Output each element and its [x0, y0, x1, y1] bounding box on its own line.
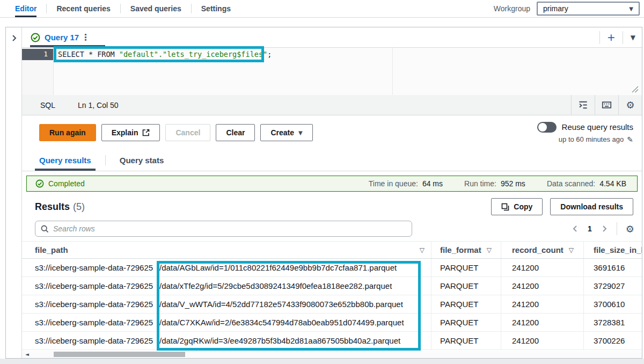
file-path-prefix: s3://iceberg-sample-data-729625 — [35, 300, 159, 309]
query-actions: Run again Explain Cancel Clear Create ▼ … — [22, 115, 642, 150]
active-tab-underline — [30, 45, 105, 47]
file-path-prefix: s3://iceberg-sample-data-729625 — [35, 281, 159, 290]
edit-pencil-icon[interactable]: ✎ — [627, 135, 633, 144]
workgroup-selected-value: primary — [543, 4, 568, 13]
table-row[interactable]: s3://iceberg-sample-data-729625/data/V_w… — [22, 295, 642, 314]
cell-file-size: 3700226 — [583, 332, 642, 350]
current-page-number[interactable]: 1 — [588, 224, 592, 233]
check-circle-icon — [31, 33, 40, 42]
reuse-results-toggle[interactable] — [537, 122, 557, 133]
scroll-left-arrow-icon[interactable]: ◄ — [25, 352, 29, 357]
nav-tab-label: Recent queries — [56, 4, 110, 13]
tab-query-stats[interactable]: Query stats — [115, 150, 169, 171]
file-path-prefix: s3://iceberg-sample-data-729625 — [35, 336, 159, 345]
column-header-file-size[interactable]: file_size_in_b — [583, 242, 642, 258]
check-circle-icon — [35, 179, 44, 188]
clear-button[interactable]: Clear — [216, 124, 255, 141]
column-label: record_count — [512, 245, 564, 254]
search-box — [35, 221, 412, 237]
table-row[interactable]: s3://iceberg-sample-data-729625/data/2gq… — [22, 332, 642, 350]
query-tab-menu-icon[interactable]: ⋮ — [79, 32, 92, 42]
expand-panel-button[interactable] — [10, 34, 18, 358]
metric-run-time: Run time:952 ms — [464, 179, 525, 188]
cell-record-count: 241200 — [501, 314, 583, 331]
cell-file-format: PARQUET — [431, 277, 501, 295]
line-number-gutter: 1 — [22, 48, 54, 95]
code-area[interactable]: SELECT * FROM "default"."lets_try_iceber… — [54, 48, 642, 95]
table-row[interactable]: s3://iceberg-sample-data-729625/data/C7X… — [22, 314, 642, 332]
explain-button[interactable]: Explain — [101, 124, 160, 141]
file-path-data: /data/AGbLaw/id=1/011c80221f62449e9bb9b7… — [159, 263, 421, 272]
table-preferences-gear-icon[interactable]: ⚙ — [626, 223, 634, 235]
scrollbar-thumb[interactable] — [54, 352, 185, 357]
metric-value: 4.54 KB — [599, 179, 626, 188]
filter-icon[interactable]: ▽ — [487, 246, 492, 254]
format-query-button[interactable] — [571, 95, 595, 115]
cell-file-format: PARQUET — [431, 259, 501, 276]
metric-label: Data scanned: — [547, 179, 595, 188]
cursor-position: Ln 1, Col 50 — [78, 101, 119, 110]
cell-record-count: 241200 — [501, 295, 583, 313]
tab-label: Query results — [39, 156, 91, 165]
column-header-file-format[interactable]: file_format▽ — [431, 242, 501, 258]
reuse-window-text: up to 60 minutes ago — [559, 135, 624, 143]
download-results-button[interactable]: Download results — [550, 198, 633, 215]
sql-editor[interactable]: 1 SELECT * FROM "default"."lets_try_iceb… — [22, 48, 642, 95]
top-nav: Editor Recent queries Saved queries Sett… — [0, 0, 644, 18]
run-again-button[interactable]: Run again — [39, 124, 96, 141]
copy-label: Copy — [514, 202, 532, 211]
line-number: 1 — [22, 49, 53, 60]
table-row[interactable]: s3://iceberg-sample-data-729625/data/xTf… — [22, 277, 642, 295]
nav-tab-recent-queries[interactable]: Recent queries — [56, 0, 110, 17]
file-path-data: /data/2gqRKw/id=3/ee49287b5f3b4b2d81aa86… — [159, 336, 421, 345]
nav-tab-label: Editor — [15, 4, 36, 13]
editor-resize-handle[interactable] — [632, 86, 639, 93]
sql-terminator: ; — [267, 50, 272, 59]
cell-record-count: 241200 — [501, 277, 583, 295]
search-icon — [41, 225, 49, 233]
explain-label: Explain — [112, 128, 138, 137]
chevron-right-icon — [601, 225, 608, 232]
query-status-banner: Completed Time in queue:64 ms Run time:9… — [26, 176, 638, 192]
chevron-left-icon — [572, 225, 579, 232]
horizontal-scrollbar[interactable]: ◄ — [22, 351, 642, 358]
athena-query-editor: Editor Recent queries Saved queries Sett… — [0, 0, 644, 364]
tab-query-results[interactable]: Query results — [35, 150, 96, 171]
filter-icon[interactable]: ▽ — [569, 246, 574, 254]
keyboard-shortcuts-button[interactable] — [595, 95, 618, 115]
copy-button[interactable]: Copy — [491, 198, 543, 215]
cell-file-path: s3://iceberg-sample-data-729625/data/xTf… — [22, 277, 431, 295]
next-page-button[interactable] — [601, 225, 608, 232]
divider — [623, 31, 623, 44]
editor-settings-button[interactable]: ⚙ — [618, 95, 642, 115]
cell-file-path: s3://iceberg-sample-data-729625/data/C7X… — [22, 314, 431, 331]
nav-tab-editor[interactable]: Editor — [15, 0, 36, 17]
metric-label: Run time: — [464, 179, 496, 188]
tab-list-dropdown-icon[interactable]: ▼ — [631, 34, 635, 41]
divider — [105, 155, 106, 165]
footer-strip — [0, 359, 644, 364]
workgroup-select[interactable]: primary ▼ — [537, 2, 640, 16]
results-title: Results — [35, 201, 70, 213]
create-button[interactable]: Create ▼ — [260, 124, 312, 141]
nav-tab-settings[interactable]: Settings — [201, 0, 231, 17]
new-query-tab-button[interactable]: + — [608, 31, 615, 44]
query-tab[interactable]: Query 17 — [31, 33, 79, 42]
keyboard-icon — [602, 100, 612, 110]
search-rows-input[interactable] — [53, 224, 406, 233]
column-label: file_format — [440, 245, 481, 254]
cancel-button: Cancel — [165, 124, 210, 141]
nav-tab-saved-queries[interactable]: Saved queries — [130, 0, 181, 17]
metric-time-in-queue: Time in queue:64 ms — [369, 179, 443, 188]
column-header-record-count[interactable]: record_count▽ — [501, 242, 583, 258]
table-row[interactable]: s3://iceberg-sample-data-729625/data/AGb… — [22, 259, 642, 277]
format-icon — [578, 100, 588, 110]
results-header: Results (5) Copy Download results — [22, 192, 642, 220]
nav-tab-label: Saved queries — [130, 4, 181, 13]
workgroup-label: Workgroup — [494, 4, 530, 13]
column-header-file-path[interactable]: file_path▽ — [22, 242, 431, 258]
filter-icon[interactable]: ▽ — [420, 246, 425, 254]
copy-icon — [501, 203, 509, 211]
previous-page-button[interactable] — [572, 225, 579, 232]
file-path-data: /data/xTfe2g/id=5/29cbe5d3089241349f0efe… — [159, 281, 421, 290]
